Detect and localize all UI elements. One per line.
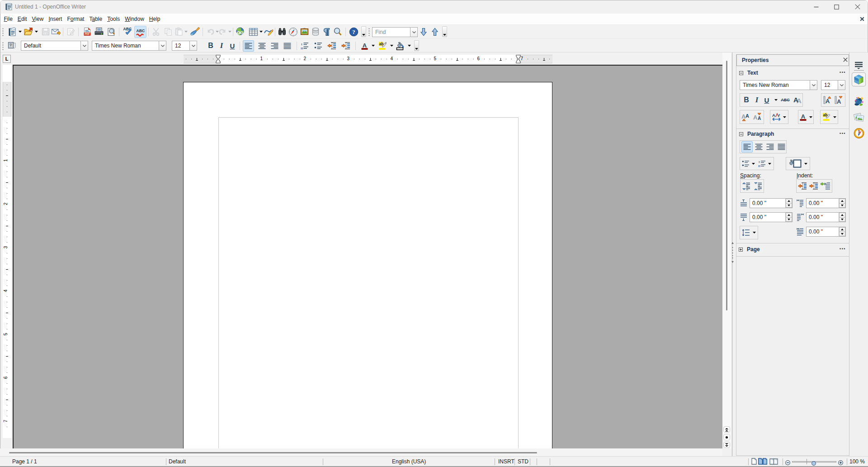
sidebar-numbered-list-button[interactable]: I II (757, 158, 766, 169)
paragraph-style-value[interactable]: Default (21, 43, 80, 49)
sidebar-italic-button[interactable]: I (752, 95, 762, 105)
spin-down-button[interactable] (839, 232, 845, 237)
paste-dropdown[interactable] (184, 29, 188, 34)
menu-help[interactable]: Help (146, 14, 163, 24)
insert-table-dropdown[interactable] (259, 29, 263, 34)
sidebar-underline-dropdown[interactable] (774, 97, 778, 103)
sidebar-paragraph-background-button[interactable] (787, 158, 802, 169)
horizontal-ruler[interactable]: 1234567 (184, 55, 552, 63)
single-page-view-button[interactable] (751, 458, 757, 465)
after-indent-field[interactable]: 0.00 " (806, 212, 846, 222)
sidebar-paragraph-background-dropdown[interactable] (803, 161, 808, 167)
sidebar-bold-button[interactable]: B (741, 95, 752, 105)
sidebar-tab-navigator[interactable]: N (852, 126, 866, 140)
above-spacing-field[interactable]: 0.00 " (750, 198, 793, 208)
menu-format[interactable]: Format (65, 14, 87, 24)
indent-marker[interactable] (216, 55, 221, 63)
spin-up-button[interactable] (786, 199, 792, 203)
find-combobox[interactable]: Find (372, 27, 418, 37)
find-replace-button[interactable] (277, 26, 288, 37)
font-size-dropdown[interactable] (189, 41, 197, 50)
font-size-value[interactable]: 12 (172, 43, 189, 49)
line-spacing-dropdown[interactable] (752, 230, 756, 235)
new-document-dropdown[interactable] (18, 29, 22, 34)
find-toolbar-grip[interactable] (368, 28, 370, 36)
spin-down-button[interactable] (839, 217, 845, 222)
italic-button[interactable]: I (216, 40, 227, 51)
page-section-more-options[interactable]: ••• (840, 247, 846, 251)
background-color-button[interactable] (395, 40, 406, 51)
spin-up-button[interactable] (786, 213, 792, 217)
numbered-list-button[interactable]: I II (299, 40, 310, 51)
font-name-value[interactable]: Times New Roman (92, 43, 159, 49)
sidebar-align-right-button[interactable] (764, 141, 775, 152)
bold-button[interactable]: B (205, 40, 216, 51)
menu-view[interactable]: View (29, 14, 46, 24)
document-view[interactable] (13, 65, 722, 448)
collapse-icon[interactable] (739, 132, 743, 136)
highlighting-dropdown[interactable] (389, 43, 394, 48)
before-indent-spinner[interactable] (839, 199, 845, 208)
firstline-indent-spinner[interactable] (839, 227, 845, 236)
sidebar-decrease-indent-button[interactable] (797, 181, 808, 191)
find-next-button[interactable] (418, 26, 429, 37)
email-button[interactable] (51, 26, 61, 37)
format-paintbrush-button[interactable] (189, 26, 200, 37)
sidebar-font-color-button[interactable]: A (798, 111, 808, 123)
sidebar-increase-indent-button[interactable] (808, 181, 819, 191)
sidebar-align-left-button[interactable] (741, 141, 753, 152)
text-section-header[interactable]: Text (739, 70, 758, 76)
paragraph-style-combobox[interactable]: Default (21, 41, 88, 51)
sidebar-shadow-button[interactable]: A A (791, 95, 803, 105)
cut-button[interactable] (151, 26, 161, 37)
sidebar-subscript-button[interactable]: A (833, 95, 844, 105)
spin-down-button[interactable] (786, 203, 792, 208)
sidebar-superscript-button[interactable]: A (822, 95, 833, 105)
indent-marker[interactable] (516, 55, 521, 63)
multi-page-view-button[interactable] (758, 458, 767, 465)
firstline-indent-field[interactable]: 0.00 " (806, 227, 846, 237)
sidebar-font-color-dropdown[interactable] (808, 114, 813, 120)
font-color-button[interactable]: A (359, 40, 370, 51)
gallery-button[interactable] (299, 26, 310, 37)
align-center-button[interactable] (256, 40, 267, 51)
auto-spellcheck-button[interactable]: ABC (134, 26, 146, 38)
close-button[interactable] (847, 0, 868, 14)
navigation-button[interactable] (723, 434, 730, 440)
menu-table[interactable]: Table (87, 14, 105, 24)
status-language[interactable]: English (USA) (392, 457, 426, 467)
document-page[interactable] (183, 82, 552, 449)
navigator-button[interactable] (288, 26, 298, 37)
vertical-scrollbar-thumb[interactable] (726, 61, 727, 310)
align-left-button[interactable] (243, 40, 254, 52)
sidebar-justify-button[interactable] (776, 141, 787, 152)
status-zoom-value[interactable]: 100 % (849, 457, 865, 467)
below-spacing-field[interactable]: 0.00 " (750, 212, 793, 222)
spin-up-button[interactable] (839, 213, 845, 217)
help-button[interactable]: ? (348, 26, 359, 37)
print-button[interactable] (94, 26, 104, 37)
sidebar-close-icon[interactable] (842, 56, 849, 63)
justify-button[interactable] (282, 40, 292, 51)
decrease-spacing-button[interactable] (753, 181, 764, 191)
redo-button[interactable] (217, 26, 228, 37)
sidebar-align-center-button[interactable] (753, 141, 764, 152)
book-view-button[interactable] (769, 458, 778, 465)
find-previous-button[interactable] (429, 26, 440, 37)
spin-up-button[interactable] (839, 199, 845, 203)
zoom-out-button[interactable] (785, 459, 790, 464)
show-draw-functions-button[interactable] (263, 26, 274, 37)
firstline-indent-value[interactable]: 0.00 " (807, 229, 839, 235)
status-page-number[interactable]: Page 1 / 1 (12, 457, 37, 467)
paragraph-style-dropdown[interactable] (80, 41, 88, 50)
next-page-button[interactable] (723, 442, 730, 448)
spin-up-button[interactable] (839, 227, 845, 232)
increase-indent-button[interactable] (340, 40, 351, 51)
toolbar-grip[interactable] (2, 42, 4, 50)
line-spacing-button[interactable] (741, 227, 751, 238)
sidebar-shrink-font-button[interactable]: A A (752, 111, 764, 123)
find-toolbar-overflow-button[interactable] (442, 26, 447, 37)
menu-tools[interactable]: Tools (105, 14, 123, 24)
font-color-dropdown[interactable] (371, 43, 375, 48)
toolbar-overflow-button[interactable] (361, 26, 366, 37)
